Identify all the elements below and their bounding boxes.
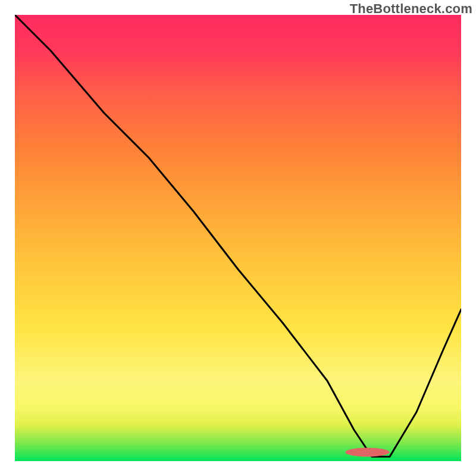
- bottleneck-curve: [15, 15, 461, 457]
- chart-svg: [15, 15, 461, 461]
- chart-container: TheBottleneck.com: [0, 0, 476, 476]
- plot-area: [15, 15, 461, 461]
- optimal-range-marker: [345, 448, 390, 457]
